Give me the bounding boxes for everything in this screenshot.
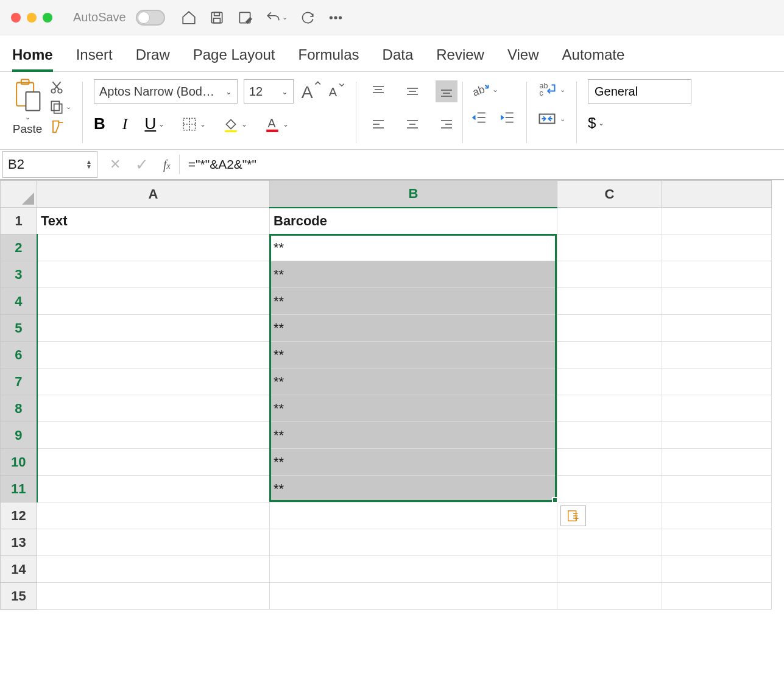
cell-B4[interactable]: **	[270, 288, 557, 315]
cell-C8[interactable]	[557, 395, 662, 422]
row-header-5[interactable]: 5	[1, 315, 37, 342]
autofill-options-button[interactable]: +	[560, 506, 586, 526]
row-header-6[interactable]: 6	[1, 342, 37, 368]
cell-B2[interactable]: **	[270, 234, 557, 261]
row-header-11[interactable]: 11	[1, 476, 37, 502]
cell-B9[interactable]: **	[270, 422, 557, 449]
column-header-B[interactable]: B	[270, 181, 557, 208]
orientation-button[interactable]: ab⌄	[471, 80, 498, 99]
column-header-next[interactable]	[662, 181, 772, 208]
paste-dropdown-icon[interactable]: ⌄	[25, 113, 30, 121]
font-size-select[interactable]: 12 ⌄	[244, 79, 294, 104]
close-window-button[interactable]	[11, 13, 21, 23]
home-icon[interactable]	[181, 10, 197, 26]
cell-B7[interactable]: **	[270, 368, 557, 395]
wrap-text-button[interactable]: abc⌄	[538, 80, 565, 99]
decrease-indent-button[interactable]	[471, 110, 487, 125]
cell-B5[interactable]: **	[270, 315, 557, 342]
merge-center-button[interactable]: ⌄	[538, 110, 565, 128]
row-header-3[interactable]: 3	[1, 261, 37, 288]
column-header-C[interactable]: C	[557, 181, 662, 208]
align-right-button[interactable]	[436, 113, 457, 135]
cell-C10[interactable]	[557, 449, 662, 476]
autosave-toggle[interactable]	[136, 10, 165, 26]
tab-data[interactable]: Data	[383, 46, 414, 69]
row-header-1[interactable]: 1	[1, 208, 37, 234]
row-header-13[interactable]: 13	[1, 529, 37, 556]
cell-A1[interactable]: Text	[37, 208, 270, 234]
align-left-button[interactable]	[367, 113, 389, 135]
tab-home[interactable]: Home	[12, 46, 53, 72]
cell-A10[interactable]	[37, 449, 270, 476]
decrease-font-button[interactable]: A	[327, 82, 345, 100]
cell-A4[interactable]	[37, 288, 270, 315]
tab-automate[interactable]: Automate	[562, 46, 625, 69]
row-header-10[interactable]: 10	[1, 449, 37, 476]
cell-D8[interactable]	[662, 395, 772, 422]
paste-button[interactable]: ⌄ Paste	[11, 78, 44, 136]
cell-A5[interactable]	[37, 315, 270, 342]
cell-B8[interactable]: **	[270, 395, 557, 422]
cell-A9[interactable]	[37, 422, 270, 449]
increase-indent-button[interactable]	[500, 110, 515, 125]
cell-C9[interactable]	[557, 422, 662, 449]
cell-C2[interactable]	[557, 234, 662, 261]
enter-formula-button[interactable]: ✓	[135, 155, 149, 174]
row-header-8[interactable]: 8	[1, 395, 37, 422]
row-header-2[interactable]: 2	[1, 234, 37, 261]
align-center-button[interactable]	[401, 113, 423, 135]
cell-B6[interactable]: **	[270, 342, 557, 368]
cell-A7[interactable]	[37, 368, 270, 395]
cell-B1[interactable]: Barcode	[270, 208, 557, 234]
cell-C15[interactable]	[557, 583, 662, 610]
row-header-15[interactable]: 15	[1, 583, 37, 610]
tab-view[interactable]: View	[507, 46, 539, 69]
align-bottom-button[interactable]	[436, 80, 457, 102]
row-header-7[interactable]: 7	[1, 368, 37, 395]
cell-B14[interactable]	[270, 556, 557, 583]
cell-A3[interactable]	[37, 261, 270, 288]
format-painter-button[interactable]	[49, 118, 71, 135]
borders-button[interactable]: ⌄	[182, 116, 206, 132]
cell-C11[interactable]	[557, 476, 662, 502]
tab-formulas[interactable]: Formulas	[298, 46, 359, 69]
tab-insert[interactable]: Insert	[76, 46, 113, 69]
more-icon[interactable]	[328, 10, 344, 26]
cut-button[interactable]	[49, 79, 71, 95]
maximize-window-button[interactable]	[43, 13, 52, 23]
align-middle-button[interactable]	[401, 80, 423, 102]
cell-C14[interactable]	[557, 556, 662, 583]
fill-color-button[interactable]: ⌄	[223, 116, 247, 132]
row-header-14[interactable]: 14	[1, 556, 37, 583]
cell-C1[interactable]	[557, 208, 662, 234]
name-box[interactable]: B2 ▲▼	[2, 151, 97, 178]
cell-D4[interactable]	[662, 288, 772, 315]
undo-icon[interactable]	[265, 10, 281, 26]
cell-D5[interactable]	[662, 315, 772, 342]
cell-C4[interactable]	[557, 288, 662, 315]
cell-B15[interactable]	[270, 583, 557, 610]
font-color-button[interactable]: A⌄	[264, 116, 289, 132]
redo-icon[interactable]	[300, 10, 316, 26]
cell-D13[interactable]	[662, 529, 772, 556]
cell-D11[interactable]	[662, 476, 772, 502]
minimize-window-button[interactable]	[27, 13, 37, 23]
underline-button[interactable]: U⌄	[144, 115, 164, 133]
name-box-spinner[interactable]: ▲▼	[86, 160, 92, 169]
cell-D6[interactable]	[662, 342, 772, 368]
increase-font-button[interactable]: A	[300, 81, 320, 102]
cell-D2[interactable]	[662, 234, 772, 261]
number-format-select[interactable]: General	[588, 79, 691, 104]
cell-A6[interactable]	[37, 342, 270, 368]
italic-button[interactable]: I	[122, 115, 128, 133]
save-icon[interactable]	[209, 10, 225, 26]
cell-B3[interactable]: **	[270, 261, 557, 288]
fx-icon[interactable]: fx	[163, 158, 171, 172]
cell-B13[interactable]	[270, 529, 557, 556]
cell-A15[interactable]	[37, 583, 270, 610]
cell-A12[interactable]	[37, 502, 270, 529]
cell-C7[interactable]	[557, 368, 662, 395]
cell-B10[interactable]: **	[270, 449, 557, 476]
cell-A11[interactable]	[37, 476, 270, 502]
cell-C13[interactable]	[557, 529, 662, 556]
